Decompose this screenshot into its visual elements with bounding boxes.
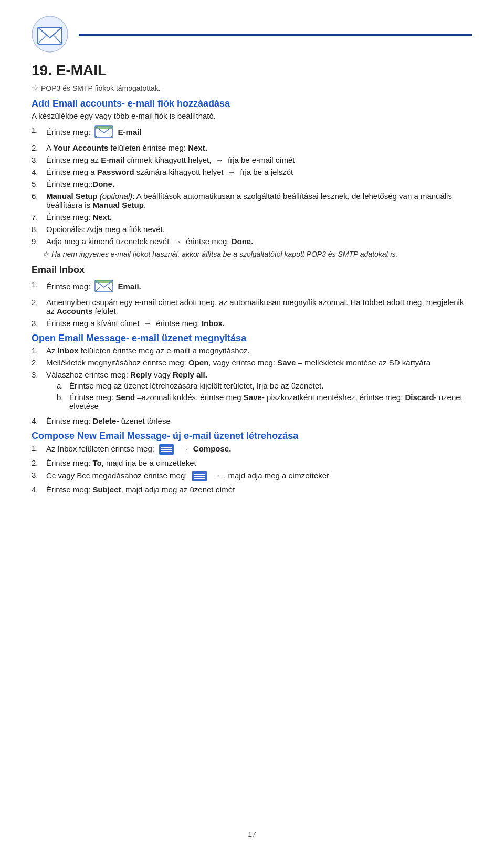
step-5: 5. Érintse meg::Done.: [32, 180, 472, 188]
inbox-step-1: 1. Érintse meg: Email.: [32, 280, 472, 295]
step-2: 2. A Your Accounts felületen érintse meg…: [32, 143, 472, 152]
compose-step-2: 2. Érintse meg: To, majd írja be a címze…: [32, 458, 472, 467]
star-note-icon: ☆: [42, 250, 49, 258]
step-7: 7. Érintse meg: Next.: [32, 213, 472, 222]
open-step-1: 1. Az Inbox felületen érintse meg az e-m…: [32, 346, 472, 355]
step-3: 3. Érintse meg az E-mail címnek kihagyot…: [32, 155, 472, 164]
open-email-steps: 1. Az Inbox felületen érintse meg az e-m…: [32, 346, 472, 425]
inbox-step-3: 3. Érintse meg a kívánt címet → érintse …: [32, 319, 472, 328]
compose-email-title: Compose New Email Message- új e-mail üze…: [32, 431, 472, 442]
compose-step-1: 1. Az Inbox felületen érintse meg: → Com…: [32, 444, 472, 455]
reply-sub-b: b. Érintse meg: Send –azonnali küldés, é…: [57, 393, 472, 411]
reply-sub-a: a. Érintse meg az üzenet létrehozására k…: [57, 381, 472, 390]
add-email-title: Add Email accounts- e-mail fiók hozzáadá…: [32, 98, 472, 109]
add-email-subtitle: A készülékbe egy vagy több e-mail fiók i…: [32, 111, 472, 120]
compose-step-3: 3. Cc vagy Bcc megadásához érintse meg: …: [32, 470, 472, 482]
reply-sub-list: a. Érintse meg az üzenet létrehozására k…: [57, 381, 472, 411]
email-inbox-heading: Email Inbox: [32, 265, 472, 276]
email-icon-2: [94, 280, 113, 295]
menu-icon-2: [192, 470, 207, 482]
inbox-step-2: 2. Amennyiben csupán egy e-mail címet ad…: [32, 298, 472, 316]
compose-email-steps: 1. Az Inbox felületen érintse meg: → Com…: [32, 444, 472, 494]
step-4: 4. Érintse meg a Password számára kihagy…: [32, 167, 472, 176]
star-icon: ☆: [32, 83, 39, 93]
page-number: 17: [0, 830, 504, 838]
logo: [32, 16, 68, 53]
open-step-4: 4. Érintse meg: Delete- üzenet törlése: [32, 416, 472, 425]
header-line: [79, 34, 472, 36]
email-inbox-steps: 1. Érintse meg: Email. 2. Amennyiben csu…: [32, 280, 472, 328]
menu-icon-1: [159, 444, 174, 455]
step-9: 9. Adja meg a kimenő üzenetek nevét → ér…: [32, 237, 472, 246]
open-email-title: Open Email Message- e-mail üzenet megnyi…: [32, 333, 472, 344]
add-email-steps: 1. Érintse meg: E-mail 2. A Your Account…: [32, 125, 472, 246]
step-8: 8. Opcionális: Adja meg a fiók nevét.: [32, 225, 472, 234]
star-line: ☆ POP3 és SMTP fiókok támogatottak.: [32, 83, 472, 93]
star-note: ☆ Ha nem ingyenes e-mail fiókot használ,…: [42, 250, 472, 258]
header-area: [32, 16, 472, 53]
email-icon-1: [94, 125, 113, 140]
step-6: 6. Manual Setup (optional): A beállításo…: [32, 192, 472, 209]
compose-step-4: 4. Érintse meg: Subject, majd adja meg a…: [32, 485, 472, 494]
chapter-title: 19. E-MAIL: [32, 62, 472, 79]
open-step-2: 2. Mellékletek megnyitásához érintse meg…: [32, 358, 472, 367]
step-1: 1. Érintse meg: E-mail: [32, 125, 472, 140]
open-step-3: 3. Válaszhoz érintse meg: Reply vagy Rep…: [32, 370, 472, 413]
